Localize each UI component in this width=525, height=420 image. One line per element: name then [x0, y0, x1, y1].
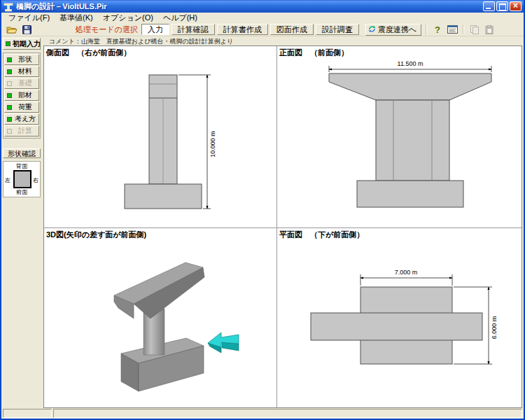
green-indicator-icon — [6, 41, 10, 46]
front-view-title: 正面図 （前面側） — [277, 46, 522, 58]
sidebar-item-member[interactable]: 部材 — [4, 90, 39, 101]
sidebar-initial-input-button[interactable]: 初期入力 — [3, 38, 41, 50]
three-d-drawing — [44, 240, 276, 407]
gray-indicator-icon — [7, 81, 12, 86]
orientation-left-label: 左 — [5, 176, 10, 184]
status-cell-left — [3, 409, 52, 418]
orientation-back-label: 背面 — [4, 162, 40, 170]
green-indicator-icon — [7, 117, 12, 122]
copy-icon — [468, 24, 481, 35]
status-bar — [1, 408, 524, 419]
side-view-quadrant: 側面図 （右が前面側） — [44, 46, 277, 228]
front-width-dim-label: 11.500 m — [398, 60, 424, 67]
mode-button-report[interactable]: 計算書作成 — [217, 24, 268, 35]
side-height-dim-label: 10.000 m — [209, 131, 216, 158]
gray-indicator-icon — [7, 129, 12, 134]
seismic-link-button[interactable]: 震度連携へ — [365, 24, 421, 36]
app-icon — [4, 2, 13, 11]
sidebar-item-foundation: 基礎 — [4, 78, 39, 89]
toolbar-separator — [463, 24, 464, 34]
mode-button-design-survey[interactable]: 設計調査 — [316, 24, 359, 35]
toolbar: 処理モードの選択 入力 計算確認 計算書作成 図面作成 設計調査 震度連携へ ? — [1, 23, 524, 36]
pier-3d-model — [114, 262, 204, 391]
three-d-view-title: 3D図(矢印の差す面が前面側) — [44, 228, 276, 240]
maximize-button[interactable] — [496, 1, 508, 11]
help-icon[interactable]: ? — [431, 24, 444, 35]
mode-button-input[interactable]: 入力 — [141, 24, 169, 35]
plan-cap-beam — [311, 313, 482, 340]
sidebar-item-load[interactable]: 荷重 — [4, 102, 39, 113]
side-footing — [125, 184, 202, 209]
toolbar-separator — [426, 24, 427, 34]
green-indicator-icon — [7, 105, 12, 110]
open-icon[interactable] — [6, 24, 18, 35]
mode-button-drawing[interactable]: 図面作成 — [270, 24, 314, 35]
main-area: コメント：山海堂 直接基礎および橋台・橋脚の設計計算例より 側面図 （右が前面側… — [42, 36, 524, 408]
app-window: 橋脚の設計－VioItULS.Pir ファイル(F) 基準値(K) オプション(… — [0, 0, 525, 420]
view-panel: 側面図 （右が前面側） — [43, 46, 522, 408]
sidebar-nav-group: 形状 材料 基礎 部材 荷重 — [3, 52, 41, 139]
menu-standard-values[interactable]: 基準値(K) — [55, 13, 97, 23]
close-button[interactable] — [510, 1, 522, 11]
sidebar: 初期入力 形状 材料 基礎 部材 — [1, 36, 42, 408]
comment-line: コメント：山海堂 直接基礎および橋台・橋脚の設計計算例より — [43, 36, 522, 46]
sidebar-item-shape[interactable]: 形状 — [4, 54, 39, 65]
plan-view-drawing: 7.000 m 6.000 m — [277, 240, 521, 407]
orientation-right-label: 右 — [33, 176, 38, 184]
side-view-drawing: 10.000 m — [44, 58, 276, 228]
mode-select-label: 処理モードの選択 — [76, 24, 138, 35]
sidebar-item-material[interactable]: 材料 — [4, 66, 39, 77]
title-bar: 橋脚の設計－VioItULS.Pir — [1, 0, 524, 13]
seismic-link-label: 震度連携へ — [378, 24, 416, 35]
minimize-button[interactable] — [483, 1, 495, 11]
mode-button-calc-check[interactable]: 計算確認 — [172, 24, 215, 35]
plan-width-dim-label: 7.000 m — [395, 269, 418, 276]
shape-confirm-header[interactable]: 形状確認 — [3, 148, 41, 158]
side-view-title: 側面図 （右が前面側） — [44, 46, 276, 58]
green-indicator-icon — [7, 93, 12, 98]
workspace: 初期入力 形状 材料 基礎 部材 — [1, 36, 524, 408]
orientation-widget: 背面 左 右 前面 — [3, 161, 41, 197]
menu-file[interactable]: ファイル(F) — [4, 13, 54, 23]
save-icon[interactable] — [20, 24, 33, 35]
green-indicator-icon — [7, 57, 12, 62]
refresh-icon — [368, 25, 376, 34]
paste-icon — [483, 24, 496, 35]
plan-view-quadrant: 平面図 （下が前面側） 7.000 m 6.000 m — [277, 228, 522, 407]
menu-options[interactable]: オプション(O) — [99, 13, 158, 23]
sidebar-initial-input-label: 初期入力 — [13, 39, 41, 49]
plan-depth-dim-label: 6.000 m — [491, 316, 498, 340]
front-direction-arrow-icon — [208, 332, 239, 353]
front-view-quadrant: 正面図 （前面側） 11.500 m — [277, 46, 522, 228]
window-title: 橋脚の設計－VioItULS.Pir — [16, 1, 480, 12]
front-footing — [357, 181, 463, 207]
orientation-front-label: 前面 — [4, 188, 40, 196]
front-cap-beam — [329, 74, 491, 100]
three-d-view-quadrant: 3D図(矢印の差す面が前面側) — [44, 228, 277, 407]
front-view-drawing: 11.500 m — [277, 58, 521, 228]
plan-view-title: 平面図 （下が前面側） — [277, 228, 522, 240]
status-cell-main — [53, 409, 522, 418]
front-column — [376, 100, 449, 181]
menu-help[interactable]: ヘルプ(H) — [159, 13, 202, 23]
menu-bar: ファイル(F) 基準値(K) オプション(O) ヘルプ(H) — [1, 13, 524, 23]
orientation-plan-rect — [13, 170, 31, 188]
green-indicator-icon — [7, 69, 12, 74]
tip-window-icon[interactable] — [446, 24, 458, 35]
sidebar-item-calculation: 計算 — [4, 125, 39, 136]
sidebar-item-approach[interactable]: 考え方 — [4, 113, 39, 125]
